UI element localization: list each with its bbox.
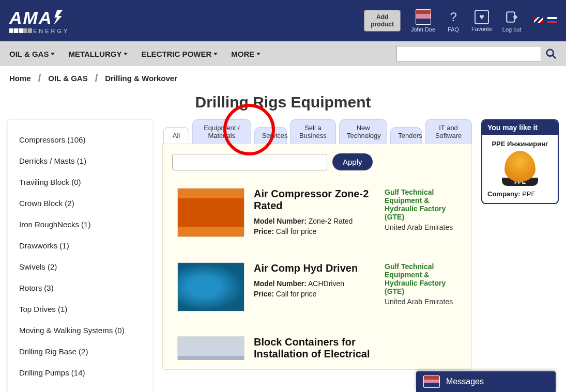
svg-line-2: [553, 55, 556, 58]
sidebar-item[interactable]: Drawworks (1): [8, 235, 152, 256]
seller-location: United Arab Emirates: [385, 297, 457, 306]
product-row[interactable]: Block Containers for Installation of Ele…: [172, 329, 462, 360]
sidebar-item[interactable]: Derricks / Masts (1): [8, 150, 152, 171]
product-title: Air Compressor Zone-2 Rated: [254, 188, 375, 212]
chevron-down-icon: [51, 53, 55, 55]
seller-link[interactable]: Gulf Technical Equipment & Hydraulic Fac…: [385, 262, 457, 295]
tab-sell-business[interactable]: Sell a Business: [290, 119, 336, 144]
bolt-icon: [53, 10, 63, 25]
avatar-icon: [416, 9, 431, 25]
product-image: [177, 262, 244, 311]
category-sidebar: Compressors (106) Derricks / Masts (1) T…: [7, 119, 153, 392]
nav-electric-power[interactable]: ELECTRIC POWER: [141, 50, 218, 58]
sidebar-item[interactable]: Iron RoughNecks (1): [8, 214, 152, 235]
separator-icon: /: [95, 72, 98, 84]
product-row[interactable]: Air Comp Hyd Driven Model Number: ACHDri…: [172, 255, 462, 319]
ppe-logo-icon[interactable]: PPE: [497, 151, 543, 187]
tab-tenders[interactable]: Tenders: [390, 127, 422, 144]
faq-link[interactable]: ? FAQ: [446, 9, 461, 33]
seller-link[interactable]: Gulf Technical Equipment & Hydraulic Fac…: [385, 188, 457, 221]
add-product-button[interactable]: Add product: [364, 10, 401, 32]
you-may-like-card: You may like it PPE Инжиниринг PPE Compa…: [481, 119, 559, 204]
question-icon: ?: [446, 9, 461, 25]
heart-icon: ♥: [475, 10, 489, 24]
apply-button[interactable]: Apply: [332, 153, 373, 170]
like-card-header: You may like it: [482, 120, 558, 135]
user-name-label: John Doe: [411, 26, 435, 33]
product-image: [177, 336, 244, 360]
filter-input[interactable]: [172, 154, 327, 170]
tab-services[interactable]: Services: [254, 127, 287, 144]
tab-it-software[interactable]: IT and Software: [425, 119, 472, 144]
favorite-link[interactable]: ♥ Favorite: [471, 10, 492, 32]
sidebar-item[interactable]: Swivels (2): [8, 256, 152, 277]
flag-ru-icon[interactable]: [547, 17, 557, 23]
sidebar-item[interactable]: Traviling Block (0): [8, 171, 152, 193]
search-input[interactable]: [396, 46, 541, 61]
avatar-icon: [423, 375, 440, 388]
nav-bar: OIL & GAS METALLURGY ELECTRIC POWER MORE: [0, 41, 566, 66]
search-icon[interactable]: [545, 48, 557, 59]
breadcrumb-current: Drilling & Workover: [105, 74, 177, 83]
flag-uk-icon[interactable]: [534, 17, 543, 23]
sidebar-item[interactable]: Drilling Pumps (14): [8, 362, 152, 383]
sidebar-item[interactable]: Compressors (106): [8, 129, 152, 150]
top-header: AMA ENERGY Add product John Doe ? FAQ ♥ …: [0, 0, 566, 41]
breadcrumb-home[interactable]: Home: [9, 74, 31, 83]
sidebar-item[interactable]: Drilling Rig Base (2): [8, 341, 152, 362]
product-row[interactable]: Air Compressor Zone-2 Rated Model Number…: [172, 181, 462, 245]
seller-location: United Arab Emirates: [385, 223, 457, 231]
chevron-down-icon: [213, 53, 218, 55]
sidebar-item[interactable]: Rotors (3): [8, 277, 152, 299]
page-title: Drilling Rigs Equipment: [0, 93, 566, 111]
nav-search: [396, 46, 557, 61]
tab-equipment[interactable]: Equipment / Materials: [192, 119, 251, 144]
logout-icon: [504, 9, 519, 25]
nav-more[interactable]: MORE: [231, 50, 261, 58]
sidebar-item[interactable]: Moving & Walking Systems (0): [8, 320, 152, 341]
sidebar-item[interactable]: Top Drives (1): [8, 299, 152, 320]
nav-oil-gas[interactable]: OIL & GAS: [9, 50, 55, 58]
chevron-down-icon: [256, 53, 261, 55]
product-title: Air Comp Hyd Driven: [254, 262, 375, 274]
chevron-down-icon: [124, 53, 128, 55]
separator-icon: /: [38, 72, 41, 84]
messages-bar[interactable]: Messages: [416, 371, 556, 392]
user-menu[interactable]: John Doe: [411, 9, 435, 33]
breadcrumb: Home / OIL & GAS / Drilling & Workover: [0, 66, 566, 90]
logo-bars-icon: [9, 28, 32, 33]
tab-all[interactable]: All: [163, 127, 189, 144]
logo[interactable]: AMA ENERGY: [9, 8, 69, 34]
tabs: All Equipment / Materials Services Sell …: [162, 119, 472, 144]
logo-subtext: ENERGY: [33, 28, 69, 34]
breadcrumb-oil-gas[interactable]: OIL & GAS: [48, 74, 87, 83]
nav-metallurgy[interactable]: METALLURGY: [68, 50, 128, 58]
language-flags: [532, 16, 557, 25]
logo-text: AMA: [9, 8, 52, 28]
product-image: [177, 188, 244, 237]
like-card-title[interactable]: PPE Инжиниринг: [487, 140, 553, 148]
sidebar-item[interactable]: Crown Block (2): [8, 193, 152, 214]
tab-new-technology[interactable]: New Technology: [339, 119, 387, 144]
messages-label: Messages: [446, 377, 484, 386]
svg-point-1: [547, 50, 554, 56]
product-title: Block Containers for Installation of Ele…: [254, 336, 375, 360]
logout-link[interactable]: Log out: [502, 9, 522, 33]
